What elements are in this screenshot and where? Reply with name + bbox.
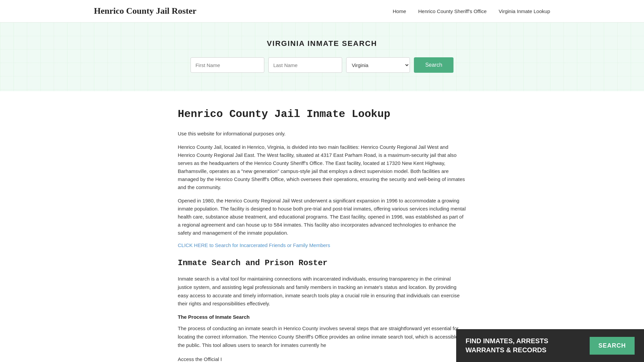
last-name-input[interactable]	[268, 57, 342, 73]
paragraph1: Henrico County Jail, located in Henrico,…	[178, 143, 466, 191]
section-paragraph1: Inmate search is a vital tool for mainta…	[178, 275, 466, 308]
main-content: Henrico County Jail Inmate Lookup Use th…	[171, 91, 473, 362]
nav-sheriff[interactable]: Henrico County Sheriff's Office	[418, 8, 487, 14]
process-paragraph: The process of conducting an inmate sear…	[178, 324, 466, 349]
banner-line2: WARRANTS & RECORDS	[466, 346, 548, 355]
banner-line1: FIND INMATES, ARRESTS	[466, 337, 548, 346]
search-hero: VIRGINIA INMATE SEARCH VirginiaAlabamaAl…	[0, 22, 644, 91]
search-form: VirginiaAlabamaAlaskaArizonaArkansasCali…	[0, 57, 644, 73]
access-label: Access the Official I	[178, 355, 466, 362]
inmate-search-link[interactable]: CLICK HERE to Search for Incarcerated Fr…	[178, 242, 330, 248]
banner-text: FIND INMATES, ARRESTS WARRANTS & RECORDS	[466, 337, 548, 355]
hero-title: VIRGINIA INMATE SEARCH	[0, 39, 644, 48]
paragraph2: Opened in 1980, the Henrico County Regio…	[178, 197, 466, 237]
search-button[interactable]: Search	[414, 57, 454, 73]
intro-text: Use this website for informational purpo…	[178, 130, 466, 138]
main-nav: Home Henrico County Sheriff's Office Vir…	[393, 8, 550, 14]
nav-inmate-lookup[interactable]: Virginia Inmate Lookup	[499, 8, 550, 14]
page-heading: Henrico County Jail Inmate Lookup	[178, 108, 466, 120]
first-name-input[interactable]	[191, 57, 264, 73]
banner-search-button[interactable]: SEARCH	[590, 337, 635, 355]
site-title[interactable]: Henrico County Jail Roster	[94, 6, 196, 16]
site-header: Henrico County Jail Roster Home Henrico …	[0, 0, 644, 22]
process-heading: The Process of Inmate Search	[178, 314, 466, 320]
state-select[interactable]: VirginiaAlabamaAlaskaArizonaArkansasCali…	[346, 57, 410, 73]
section-heading: Inmate Search and Prison Roster	[178, 258, 466, 267]
nav-home[interactable]: Home	[393, 8, 406, 14]
floating-banner: FIND INMATES, ARRESTS WARRANTS & RECORDS…	[456, 329, 644, 362]
